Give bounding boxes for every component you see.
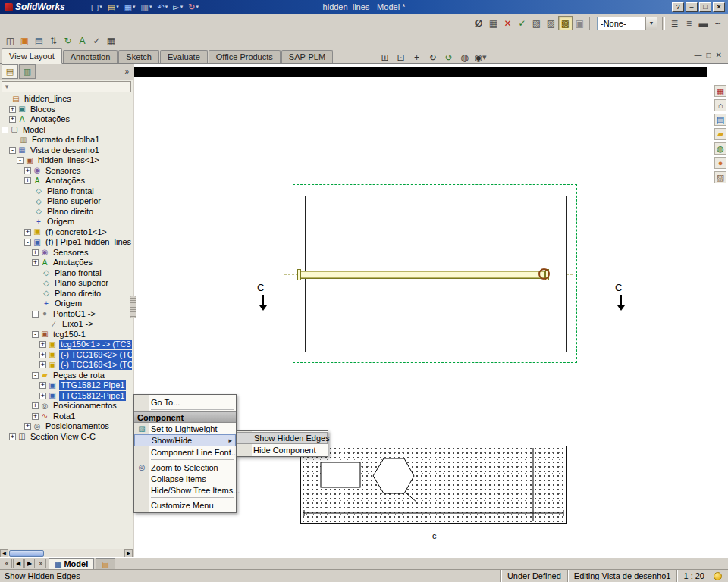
- tree-item[interactable]: ◇Plano frontal: [0, 268, 132, 279]
- tab-model[interactable]: ▦Model: [49, 558, 94, 569]
- view-settings-icon[interactable]: ◉▾: [473, 50, 488, 64]
- tree-item[interactable]: ∕Eixo1 ->: [0, 319, 132, 330]
- tree-item[interactable]: -▢Model: [0, 125, 132, 136]
- chevron-down-icon[interactable]: ▾: [165, 4, 168, 10]
- print-icon[interactable]: ▥▾: [140, 2, 154, 13]
- new-document-icon[interactable]: ▢▾: [89, 2, 104, 13]
- chevron-down-icon[interactable]: ▾: [133, 4, 136, 10]
- save-icon[interactable]: ▦▾: [123, 2, 137, 13]
- table-icon[interactable]: ▦: [486, 16, 500, 30]
- expand-icon[interactable]: +: [9, 106, 16, 113]
- chevron-down-icon[interactable]: ▾: [149, 4, 152, 10]
- line-thickness-icon[interactable]: ▬: [696, 16, 711, 30]
- chevron-down-icon[interactable]: ▾: [116, 4, 119, 10]
- rotate-view-icon[interactable]: ↻: [425, 50, 440, 64]
- expand-icon[interactable]: +: [39, 352, 46, 358]
- chevron-down-icon[interactable]: ▾: [482, 52, 487, 62]
- first-sheet-button[interactable]: «: [2, 559, 12, 568]
- sheet-format-icon[interactable]: ▤: [32, 33, 46, 48]
- restore-button[interactable]: □: [699, 2, 711, 12]
- menu-show-hide[interactable]: Show/Hide▸: [134, 434, 236, 446]
- doc-close-button[interactable]: ✕: [716, 51, 722, 59]
- menu-hide-show-tree-items[interactable]: Hide/Show Tree Items...: [134, 484, 236, 496]
- scroll-right-button[interactable]: ▶: [124, 549, 133, 558]
- check-sketch-icon[interactable]: ✓: [515, 16, 529, 30]
- propertymanager-tab[interactable]: ▥: [19, 64, 36, 79]
- tab-annotation[interactable]: Annotation: [63, 50, 118, 63]
- tree-item[interactable]: -▰Peças de rota: [0, 371, 132, 381]
- collapse-icon[interactable]: -: [9, 147, 16, 154]
- doc-restore-button[interactable]: □: [707, 51, 711, 59]
- zoom-area-icon[interactable]: ⊞: [378, 50, 392, 64]
- panel-expand-chevron[interactable]: »: [124, 67, 133, 76]
- tree-item[interactable]: +▣(-) TCG169<2> (TC: [0, 350, 132, 361]
- layer-dropdown[interactable]: -None- ▼: [597, 17, 657, 30]
- menu-zoom-to-selection[interactable]: ◎Zoom to Selection: [134, 462, 236, 473]
- add-sheet-icon[interactable]: ▣: [17, 33, 32, 48]
- collapse-icon[interactable]: -: [32, 311, 39, 318]
- tree-item[interactable]: +▣Blocos: [0, 105, 132, 115]
- collapse-icon[interactable]: -: [17, 157, 24, 164]
- expand-icon[interactable]: +: [24, 167, 31, 174]
- undo-icon[interactable]: ↶▾: [155, 2, 169, 13]
- tree-item[interactable]: +◫Section View C-C: [0, 432, 132, 443]
- expand-icon[interactable]: +: [24, 229, 31, 236]
- menu-customize-menu[interactable]: Customize Menu: [134, 499, 236, 511]
- tree-item[interactable]: +◉Sensores: [0, 166, 132, 177]
- section-view[interactable]: [300, 446, 567, 524]
- pipe-edge[interactable]: [300, 271, 545, 279]
- split-window-icon[interactable]: ◫: [3, 33, 17, 48]
- tab-view-layout[interactable]: View Layout: [2, 48, 62, 64]
- tree-item[interactable]: ▤hidden_lines: [0, 94, 132, 105]
- tree-item[interactable]: -▣tcg150-1: [0, 330, 132, 340]
- zoom-fit-icon[interactable]: ⊡: [394, 50, 408, 64]
- tree-item[interactable]: +▣TTG15812-Pipe1: [0, 380, 132, 391]
- menu-collapse-items[interactable]: Collapse Items: [134, 473, 236, 484]
- chevron-down-icon[interactable]: ▾: [196, 4, 199, 10]
- tree-filter-bar[interactable]: ▼: [2, 81, 131, 92]
- line-style-icon[interactable]: ┅: [711, 16, 725, 30]
- scroll-left-button[interactable]: ◀: [0, 549, 8, 558]
- tab-evaluate[interactable]: Evaluate: [160, 50, 208, 63]
- tab-sketch[interactable]: Sketch: [118, 50, 159, 63]
- expand-icon[interactable]: +: [9, 433, 16, 440]
- tree-item[interactable]: ◇Plano superior: [0, 196, 132, 207]
- tree-item[interactable]: -▦Vista de desenho1: [0, 146, 132, 156]
- tab-sap-plm[interactable]: SAP-PLM: [281, 50, 333, 63]
- expand-icon[interactable]: +: [32, 413, 39, 420]
- tree-item[interactable]: +Origem: [0, 217, 132, 227]
- tree-item[interactable]: +◎Posicionamentos: [0, 421, 132, 432]
- expand-icon[interactable]: +: [32, 249, 39, 256]
- chevron-down-icon[interactable]: ▼: [645, 17, 657, 30]
- tree-item[interactable]: +▣(-) TCG169<1> (TC: [0, 360, 132, 371]
- chevron-down-icon[interactable]: ▾: [99, 4, 102, 10]
- tree-item[interactable]: +AAnotações: [0, 114, 132, 125]
- tree-item[interactable]: -▣(f) [ Pipe1-hidden_lines ]<1: [0, 237, 132, 248]
- open-icon[interactable]: ▤▾: [106, 2, 121, 13]
- submenu-hide-component[interactable]: Hide Component: [237, 444, 328, 455]
- collapse-icon[interactable]: -: [2, 127, 8, 133]
- custom-properties-icon[interactable]: ▨: [714, 171, 726, 183]
- close-button[interactable]: ✕: [713, 2, 725, 12]
- hidden-lines-visible-icon[interactable]: ▩: [558, 16, 573, 30]
- tree-item[interactable]: +◉Sensores: [0, 248, 132, 258]
- minimize-button[interactable]: –: [686, 2, 698, 12]
- collapse-icon[interactable]: -: [32, 372, 39, 379]
- menu-go-to[interactable]: Go To...: [134, 396, 236, 408]
- view-palette-icon[interactable]: ◍: [714, 142, 726, 155]
- swap-views-icon[interactable]: ⇅: [46, 33, 61, 48]
- help-button[interactable]: ?: [672, 2, 684, 12]
- refresh-icon[interactable]: ↺: [441, 50, 456, 64]
- tree-item[interactable]: +AAnotações: [0, 176, 132, 186]
- line-format-icon[interactable]: ≡: [682, 16, 696, 30]
- solidworks-resources-icon[interactable]: ▦: [714, 85, 726, 97]
- doc-minimize-button[interactable]: —: [695, 51, 702, 59]
- select-icon[interactable]: ▻▾: [171, 2, 184, 13]
- tree-item[interactable]: +∿Rota1: [0, 411, 132, 422]
- delete-icon[interactable]: ✕: [500, 16, 515, 30]
- collapse-icon[interactable]: -: [32, 331, 39, 338]
- expand-icon[interactable]: +: [39, 382, 46, 389]
- spellcheck-icon[interactable]: ✓: [89, 33, 104, 48]
- pan-icon[interactable]: +: [410, 50, 424, 64]
- expand-icon[interactable]: +: [32, 402, 39, 409]
